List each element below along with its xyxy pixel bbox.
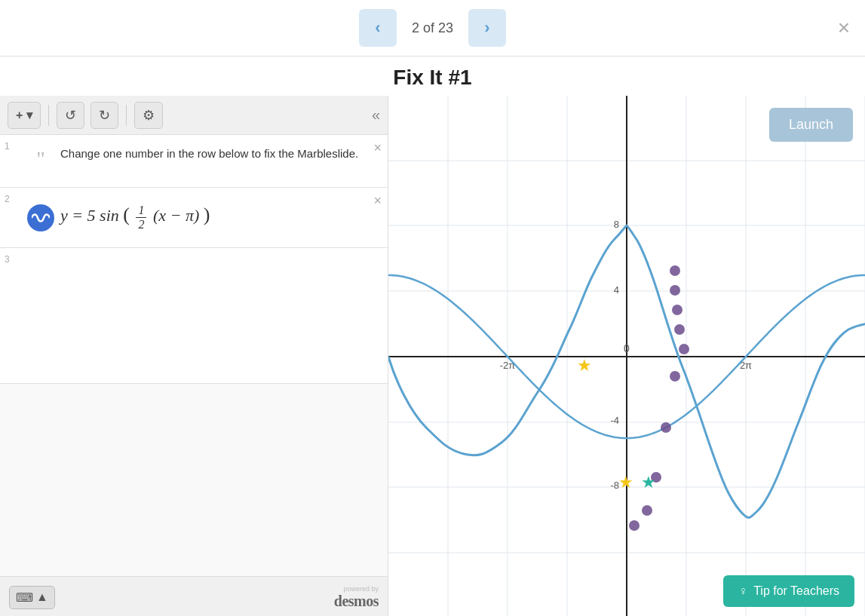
toolbar: + ▾ ↺ ↻ ⚙ « — [0, 96, 388, 135]
row-number-1: 1 — [0, 135, 21, 152]
toolbar-separator — [48, 105, 49, 126]
graph-svg: 0 8 4 -4 -8 -2π 2π — [388, 96, 865, 616]
tip-icon: ♀ — [738, 584, 747, 598]
prev-button[interactable]: ‹ — [359, 9, 397, 47]
tip-for-teachers-button[interactable]: ♀ Tip for Teachers — [723, 575, 854, 607]
svg-text:4: 4 — [614, 284, 619, 296]
expression-row-3[interactable]: 3 — [0, 248, 388, 384]
note-text-1[interactable]: Change one number in the row below to fi… — [60, 135, 388, 187]
svg-text:0: 0 — [624, 342, 630, 354]
desmos-icon-col — [21, 204, 60, 231]
svg-point-30 — [670, 371, 680, 382]
close-button[interactable]: × — [838, 17, 850, 38]
svg-point-34 — [629, 520, 640, 531]
expression-row-1: 1 " Change one number in the row below t… — [0, 135, 388, 188]
svg-point-27 — [672, 305, 682, 315]
main-content: + ▾ ↺ ↻ ⚙ « 1 " — [0, 96, 865, 616]
svg-text:8: 8 — [614, 219, 619, 230]
quote-icon-col: " — [21, 135, 60, 187]
keyboard-icon: ⌨ — [16, 590, 33, 605]
function-icon — [27, 204, 54, 231]
quote-icon: " — [36, 149, 44, 170]
toolbar-separator-2 — [126, 105, 127, 126]
wave-svg — [32, 211, 50, 225]
svg-point-25 — [670, 265, 680, 276]
svg-point-26 — [670, 285, 680, 296]
page-title: Fix It #1 — [0, 57, 865, 96]
next-button[interactable]: › — [468, 9, 506, 47]
formula-content[interactable]: y = 5 sin ( 1 2 (x − π) ) — [60, 196, 388, 238]
row-number-3: 3 — [0, 248, 21, 265]
powered-by-desmos: powered by desmos — [334, 585, 379, 610]
svg-text:★: ★ — [618, 473, 633, 492]
math-formula: y = 5 sin ( 1 2 (x − π) ) — [60, 204, 210, 231]
add-expression-button[interactable]: + ▾ — [8, 102, 41, 129]
svg-text:★: ★ — [641, 473, 656, 492]
svg-point-33 — [642, 505, 652, 516]
svg-text:-4: -4 — [610, 415, 619, 426]
svg-text:★: ★ — [577, 356, 592, 375]
svg-point-31 — [661, 422, 671, 433]
top-navigation: ‹ 2 of 23 › × — [0, 0, 865, 57]
undo-button[interactable]: ↺ — [57, 102, 84, 129]
delete-row-1-button[interactable]: × — [373, 141, 382, 155]
tip-label: Tip for Teachers — [753, 584, 839, 598]
delete-row-2-button[interactable]: × — [373, 194, 382, 207]
launch-button[interactable]: Launch — [769, 108, 853, 142]
settings-button[interactable]: ⚙ — [134, 102, 163, 129]
keyboard-arrow: ▲ — [36, 590, 48, 604]
left-panel: + ▾ ↺ ↻ ⚙ « 1 " — [0, 96, 388, 616]
collapse-button[interactable]: « — [372, 106, 380, 124]
fraction-half: 1 2 — [136, 204, 146, 231]
expressions-list: 1 " Change one number in the row below t… — [0, 135, 388, 576]
row-number-2: 2 — [0, 188, 21, 204]
graph-panel: 0 8 4 -4 -8 -2π 2π — [388, 96, 865, 616]
redo-button[interactable]: ↻ — [90, 102, 118, 129]
left-bottom-bar: ⌨ ▲ powered by desmos — [0, 576, 388, 616]
svg-point-28 — [674, 324, 685, 335]
page-counter: 2 of 23 — [412, 20, 453, 36]
expression-row-2: 2 y = 5 sin ( 1 2 — [0, 188, 388, 248]
keyboard-button[interactable]: ⌨ ▲ — [9, 586, 55, 609]
svg-point-29 — [679, 344, 689, 354]
